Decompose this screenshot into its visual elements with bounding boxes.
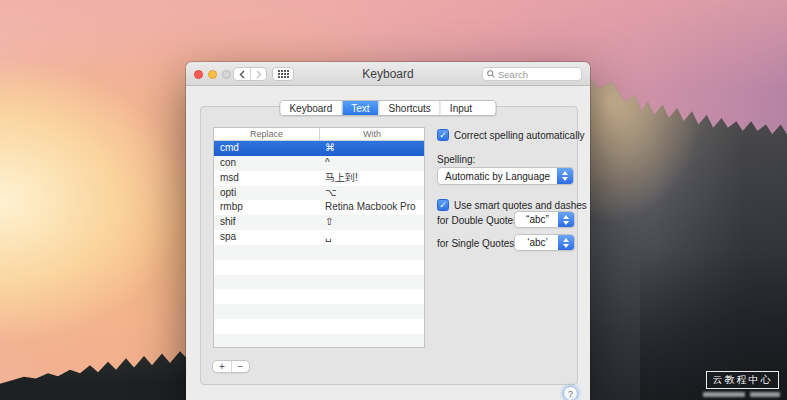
grid-icon [278,70,289,78]
desktop: Keyboard Search KeyboardTextShortcutsInp… [0,0,787,400]
cell-replace [214,319,319,334]
cell-replace: spa [214,230,319,245]
cell-with [319,334,424,348]
cell-with [319,275,424,290]
double-quotes-label: for Double Quotes [437,215,518,226]
table-row-empty[interactable] [214,275,424,290]
correct-spelling-label: Correct spelling automatically [454,130,585,141]
cell-with: ⇧ [319,215,424,230]
table-row[interactable]: con^ [214,156,424,171]
cell-replace [214,304,319,319]
watermark-subtext-blur [703,392,745,397]
table-row-empty[interactable] [214,319,424,334]
smart-quotes-label: Use smart quotes and dashes [454,200,587,211]
help-button[interactable]: ? [563,386,578,400]
spelling-label: Spelling: [437,154,475,165]
spelling-dropdown[interactable]: Automatic by Language [437,167,574,185]
correct-spelling-row: Correct spelling automatically [437,129,585,141]
table-row[interactable]: spa␣ [214,230,424,245]
cell-with: ^ [319,156,424,171]
stepper-icon [557,168,573,184]
table-header: Replace With [214,128,424,141]
cell-replace: con [214,156,319,171]
cell-with: 马上到! [319,171,424,186]
keyboard-preferences-window: Keyboard Search KeyboardTextShortcutsInp… [186,62,590,400]
cell-with [319,245,424,260]
cell-with [319,289,424,304]
table-row[interactable]: cmd⌘ [214,141,424,156]
nav-buttons [233,67,267,81]
cell-replace: msd [214,171,319,186]
search-placeholder: Search [498,69,528,80]
cell-replace [214,260,319,275]
correct-spelling-checkbox[interactable] [437,129,449,141]
table-row[interactable]: opti⌥ [214,186,424,201]
add-remove-control: + − [212,360,250,373]
cell-replace: shif [214,215,319,230]
table-row-empty[interactable] [214,260,424,275]
single-quotes-value: ‘abc’ [515,237,558,248]
table-body: cmd⌘con^msd马上到!opti⌥rmbpRetina Macbook P… [214,141,424,348]
cell-with: ⌘ [319,141,424,156]
cell-with: ␣ [319,230,424,245]
double-quotes-value: “abc” [515,214,558,225]
tab-shortcuts[interactable]: Shortcuts [379,101,440,115]
cell-replace [214,245,319,260]
column-header-with[interactable]: With [319,128,424,140]
table-row[interactable]: shif⇧ [214,215,424,230]
watermark-subtext-blur [750,392,780,397]
cell-with [319,260,424,275]
minimize-button[interactable] [208,70,217,79]
table-row[interactable]: rmbpRetina Macbook Pro [214,200,424,215]
cell-replace: opti [214,186,319,201]
table-row-empty[interactable] [214,304,424,319]
cell-with: ⌥ [319,186,424,201]
text-replacements-table: Replace With cmd⌘con^msd马上到!opti⌥rmbpRet… [213,127,425,348]
tab-input-sources[interactable]: Input Sources [440,101,496,115]
chevron-right-icon [256,70,262,79]
table-row-empty[interactable] [214,334,424,348]
spelling-dropdown-value: Automatic by Language [438,171,557,182]
single-quotes-label: for Single Quotes [437,238,514,249]
watermark-label: 云教程中心 [713,373,773,387]
forward-button[interactable] [250,68,266,80]
back-button[interactable] [234,68,250,80]
search-input[interactable]: Search [482,67,582,81]
single-quotes-dropdown[interactable]: ‘abc’ [514,234,575,251]
window-controls [194,70,231,79]
stepper-icon [558,212,574,227]
search-icon [487,70,495,78]
chevron-left-icon [239,70,245,79]
tab-bar: KeyboardTextShortcutsInput Sources [279,100,496,116]
add-button[interactable]: + [213,361,231,372]
cell-replace: rmbp [214,200,319,215]
remove-button[interactable]: − [231,361,249,372]
titlebar[interactable]: Keyboard Search [186,62,590,86]
double-quotes-dropdown[interactable]: “abc” [514,211,575,228]
smart-quotes-row: Use smart quotes and dashes [437,199,587,211]
watermark-badge: 云教程中心 [706,371,779,389]
cell-replace [214,289,319,304]
table-row-empty[interactable] [214,245,424,260]
cell-with [319,304,424,319]
tab-keyboard[interactable]: Keyboard [280,101,341,115]
content-panel: Replace With cmd⌘con^msd马上到!opti⌥rmbpRet… [200,106,578,385]
zoom-button[interactable] [222,70,231,79]
cell-replace [214,275,319,290]
stepper-icon [558,235,574,250]
table-row-empty[interactable] [214,289,424,304]
column-header-replace[interactable]: Replace [214,128,319,140]
table-row[interactable]: msd马上到! [214,171,424,186]
smart-quotes-checkbox[interactable] [437,199,449,211]
cell-with: Retina Macbook Pro [319,200,424,215]
cell-replace: cmd [214,141,319,156]
cell-with [319,319,424,334]
show-all-button[interactable] [272,67,294,81]
tab-text[interactable]: Text [341,101,378,115]
cell-replace [214,334,319,348]
close-button[interactable] [194,70,203,79]
